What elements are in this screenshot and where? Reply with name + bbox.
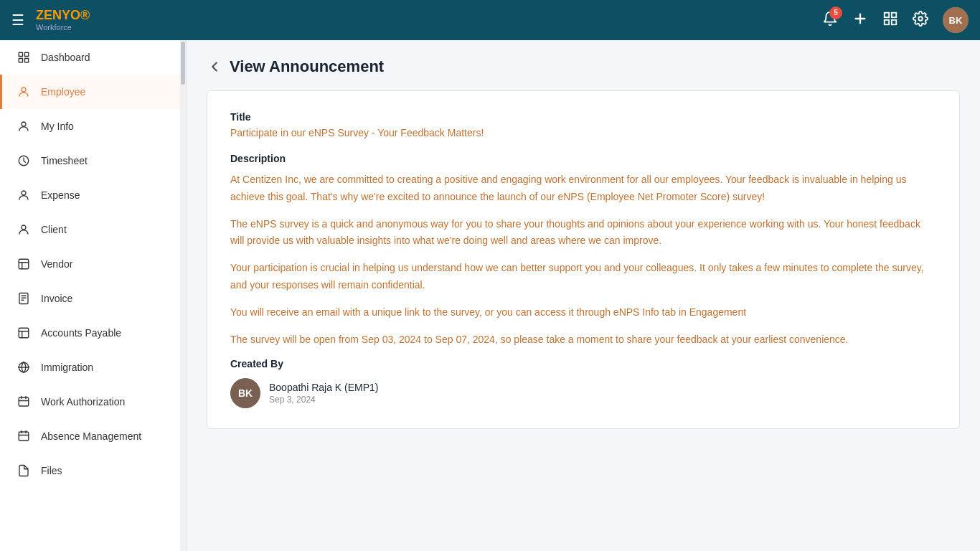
sidebar-item-invoice[interactable]: Invoice [0, 281, 186, 316]
employee-icon [17, 85, 31, 99]
svg-rect-24 [19, 397, 29, 406]
sidebar-label-dashboard: Dashboard [41, 52, 90, 63]
sidebar-item-expense[interactable]: Expense [0, 178, 186, 212]
svg-rect-21 [19, 328, 29, 338]
page-title: View Announcement [230, 57, 384, 76]
description-paragraph-4: You will receive an email with a unique … [230, 304, 936, 321]
settings-button[interactable] [913, 11, 928, 30]
sidebar-item-myinfo[interactable]: My Info [0, 109, 186, 143]
sidebar-item-timesheet[interactable]: Timesheet [0, 143, 186, 178]
svg-rect-2 [885, 12, 889, 17]
sidebar-label-accounts-payable: Accounts Payable [41, 327, 121, 339]
immigration-icon [17, 360, 31, 375]
logo-brand: ZENYO® [36, 9, 90, 23]
description-paragraph-2: The eNPS survey is a quick and anonymous… [230, 216, 936, 250]
invoice-icon [17, 291, 31, 306]
svg-rect-8 [25, 52, 29, 56]
sidebar-label-timesheet: Timesheet [41, 155, 88, 166]
accounts-icon [17, 326, 31, 340]
sidebar-label-immigration: Immigration [41, 362, 93, 373]
notification-badge: 5 [829, 6, 842, 19]
sidebar-item-absence-management[interactable]: Absence Management [0, 419, 186, 453]
page-header: View Announcement [207, 57, 960, 76]
svg-point-12 [22, 122, 26, 126]
plus-icon [852, 14, 868, 29]
created-by-label: Created By [230, 358, 936, 369]
logo-sub: Workforce [36, 23, 90, 32]
svg-rect-5 [892, 19, 896, 24]
svg-rect-28 [19, 432, 29, 441]
announcement-card: Title Participate in our eNPS Survey - Y… [207, 90, 960, 429]
sidebar-label-employee: Employee [41, 86, 85, 98]
svg-rect-4 [885, 19, 889, 24]
announcement-title: Participate in our eNPS Survey - Your Fe… [230, 127, 936, 138]
notification-bell-button[interactable]: 5 [822, 11, 838, 30]
sidebar-label-files: Files [41, 465, 62, 476]
sidebar-label-myinfo: My Info [41, 121, 74, 132]
sidebar-item-work-authorization[interactable]: Work Authorization [0, 385, 186, 419]
creator-avatar: BK [230, 378, 260, 408]
sidebar-label-invoice: Invoice [41, 293, 72, 304]
creator-name: Boopathi Raja K (EMP1) [269, 382, 379, 393]
description-label: Description [230, 153, 936, 164]
logo: ZENYO® Workforce [36, 9, 90, 32]
client-icon [17, 222, 31, 237]
sidebar-item-files[interactable]: Files [0, 453, 186, 488]
myinfo-icon [17, 119, 31, 133]
svg-point-6 [918, 17, 923, 21]
gear-icon [913, 14, 928, 29]
svg-rect-9 [19, 59, 22, 62]
sidebar-item-employee[interactable]: Employee [0, 75, 186, 109]
svg-point-14 [22, 191, 26, 195]
sidebar: Dashboard Employee My Info Timesheet Exp… [0, 40, 187, 551]
dashboard-icon [17, 50, 31, 65]
grid-button[interactable] [882, 11, 898, 30]
description-paragraph-3: Your participation is crucial in helping… [230, 260, 936, 294]
sidebar-item-dashboard[interactable]: Dashboard [0, 40, 186, 75]
absence-icon [17, 429, 31, 443]
back-button[interactable] [207, 59, 222, 75]
svg-point-11 [22, 88, 26, 92]
svg-point-15 [22, 225, 26, 230]
sidebar-label-work-authorization: Work Authorization [41, 396, 125, 408]
user-avatar[interactable]: BK [943, 7, 969, 33]
top-navbar: ☰ ZENYO® Workforce 5 [0, 0, 980, 40]
svg-rect-3 [892, 12, 896, 17]
sidebar-label-client: Client [41, 224, 67, 235]
description-paragraph-1: At Centizen Inc, we are committed to cre… [230, 171, 936, 206]
title-label: Title [230, 111, 936, 123]
sidebar-item-vendor[interactable]: Vendor [0, 247, 186, 281]
svg-rect-17 [19, 293, 28, 304]
creator-date: Sep 3, 2024 [269, 395, 379, 405]
grid-icon [882, 14, 898, 29]
sidebar-item-accounts-payable[interactable]: Accounts Payable [0, 316, 186, 350]
sidebar-item-immigration[interactable]: Immigration [0, 350, 186, 385]
timesheet-icon [17, 154, 31, 168]
files-icon [17, 463, 31, 478]
add-button[interactable] [852, 11, 868, 30]
svg-rect-7 [19, 52, 22, 56]
creator-row: BK Boopathi Raja K (EMP1) Sep 3, 2024 [230, 378, 936, 408]
main-content: View Announcement Title Participate in o… [187, 40, 980, 551]
description-paragraph-5: The survey will be open from Sep 03, 202… [230, 331, 936, 349]
sidebar-label-expense: Expense [41, 189, 80, 201]
sidebar-label-vendor: Vendor [41, 258, 72, 270]
sidebar-label-absence-management: Absence Management [41, 430, 141, 442]
svg-rect-16 [19, 259, 29, 269]
vendor-icon [17, 257, 31, 271]
sidebar-item-client[interactable]: Client [0, 212, 186, 247]
workauth-icon [17, 395, 31, 409]
expense-icon [17, 188, 31, 202]
svg-rect-10 [25, 59, 29, 62]
hamburger-button[interactable]: ☰ [11, 11, 24, 29]
